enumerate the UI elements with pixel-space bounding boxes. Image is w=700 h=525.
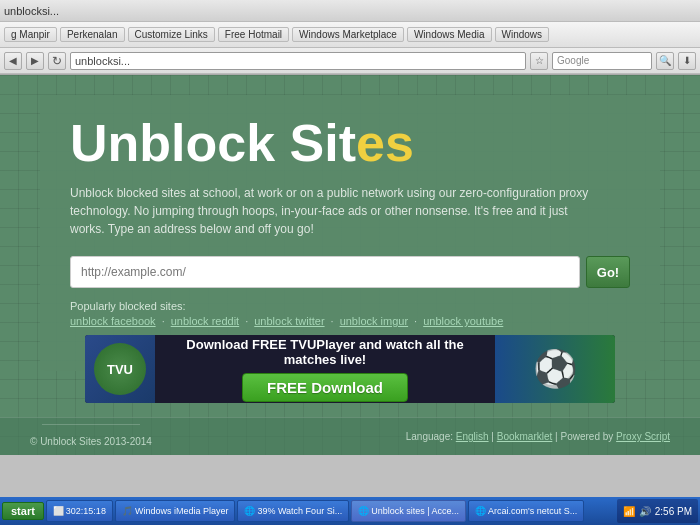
ad-right: ⚽ bbox=[495, 335, 615, 403]
proxy-script-link[interactable]: Proxy Script bbox=[616, 431, 670, 442]
star-button[interactable]: ☆ bbox=[530, 52, 548, 70]
tab-customize-links[interactable]: Customize Links bbox=[128, 27, 215, 42]
tvu-logo: TVU bbox=[94, 343, 146, 395]
tray-network-icon: 📶 bbox=[623, 506, 635, 517]
tray-volume-icon: 🔊 bbox=[639, 506, 651, 517]
ad-banner: TVU Download FREE TVUPlayer and watch al… bbox=[85, 335, 615, 403]
popular-links: unblock facebook · unblock reddit · unbl… bbox=[70, 315, 630, 327]
taskbar-item-time[interactable]: ⬜ 302:15:18 bbox=[46, 500, 113, 522]
footer: © Unblock Sites 2013-2014 Language: Engl… bbox=[0, 417, 700, 455]
start-button[interactable]: start bbox=[2, 502, 44, 520]
taskbar-item-watch[interactable]: 🌐 39% Watch Four Si... bbox=[237, 500, 349, 522]
site-title: Unblock Sites bbox=[70, 115, 630, 172]
taskbar-item-unblock[interactable]: 🌐 Unblock sites | Acce... bbox=[351, 500, 466, 522]
tab-perkenalan[interactable]: Perkenalan bbox=[60, 27, 125, 42]
back-button[interactable]: ◀ bbox=[4, 52, 22, 70]
tab-g-manpir[interactable]: g Manpir bbox=[4, 27, 57, 42]
title-part1: Unblock Sit bbox=[70, 114, 356, 172]
tab-windows-marketplace[interactable]: Windows Marketplace bbox=[292, 27, 404, 42]
main-card: Unblock Sites Unblock blocked sites at s… bbox=[40, 95, 660, 371]
title-part2: es bbox=[356, 114, 414, 172]
taskbar-icon-arcai: 🌐 bbox=[475, 506, 486, 516]
language-link[interactable]: English bbox=[456, 431, 489, 442]
soccer-badge-icon: ⚽ bbox=[533, 348, 578, 390]
taskbar-icon-unblock: 🌐 bbox=[358, 506, 369, 516]
popular-link-twitter[interactable]: unblock twitter bbox=[254, 315, 324, 327]
address-input[interactable]: unblocksi... bbox=[70, 52, 526, 70]
popular-link-youtube[interactable]: unblock youtube bbox=[423, 315, 503, 327]
footer-divider bbox=[42, 424, 140, 425]
powered-by-text: Powered by bbox=[561, 431, 614, 442]
tab-windows-media[interactable]: Windows Media bbox=[407, 27, 492, 42]
download-button[interactable]: FREE Download bbox=[242, 373, 408, 402]
taskbar-icon-media: 🎵 bbox=[122, 506, 133, 516]
tab-windows[interactable]: Windows bbox=[495, 27, 550, 42]
search-input[interactable]: Google bbox=[552, 52, 652, 70]
system-tray: 📶 🔊 2:56 PM bbox=[617, 499, 698, 523]
taskbar: start ⬜ 302:15:18 🎵 Windows iMedia Playe… bbox=[0, 497, 700, 525]
ad-title: Download FREE TVUPlayer and watch all th… bbox=[163, 337, 487, 367]
popular-section: Popularly blocked sites: unblock faceboo… bbox=[70, 300, 630, 327]
bookmarklet-link[interactable]: Bookmarklet bbox=[497, 431, 553, 442]
popular-link-facebook[interactable]: unblock facebook bbox=[70, 315, 156, 327]
footer-links: Language: English | Bookmarklet | Powere… bbox=[406, 431, 670, 442]
address-bar-row: ◀ ▶ ↻ unblocksi... ☆ Google 🔍 ⬇ bbox=[0, 48, 700, 74]
ad-middle: Download FREE TVUPlayer and watch all th… bbox=[155, 335, 495, 403]
browser-chrome: unblocksi... g Manpir Perkenalan Customi… bbox=[0, 0, 700, 75]
popular-link-reddit[interactable]: unblock reddit bbox=[171, 315, 240, 327]
popular-label: Popularly blocked sites: bbox=[70, 300, 630, 312]
nav-bar: g Manpir Perkenalan Customize Links Free… bbox=[0, 22, 700, 48]
refresh-button[interactable]: ↻ bbox=[48, 52, 66, 70]
tab-free-hotmail[interactable]: Free Hotmail bbox=[218, 27, 289, 42]
content-area: Unblock Sites Unblock blocked sites at s… bbox=[0, 75, 700, 455]
url-input[interactable] bbox=[70, 256, 580, 288]
taskbar-item-media-player[interactable]: 🎵 Windows iMedia Player bbox=[115, 500, 236, 522]
download-icon: ⬇ bbox=[678, 52, 696, 70]
ad-left: TVU bbox=[85, 335, 155, 403]
go-button[interactable]: Go! bbox=[586, 256, 630, 288]
search-go-button[interactable]: 🔍 bbox=[656, 52, 674, 70]
popular-link-imgur[interactable]: unblock imgur bbox=[340, 315, 408, 327]
taskbar-item-arcai[interactable]: 🌐 Arcai.com's netcut S... bbox=[468, 500, 584, 522]
clock: 2:56 PM bbox=[655, 506, 692, 517]
taskbar-icon-watch: 🌐 bbox=[244, 506, 255, 516]
site-description: Unblock blocked sites at school, at work… bbox=[70, 184, 590, 238]
title-bar-text: unblocksi... bbox=[4, 5, 59, 17]
copyright-text: © Unblock Sites 2013-2014 bbox=[30, 436, 152, 447]
taskbar-icon-time: ⬜ bbox=[53, 506, 64, 516]
language-label: Language: bbox=[406, 431, 453, 442]
forward-button[interactable]: ▶ bbox=[26, 52, 44, 70]
title-bar: unblocksi... bbox=[0, 0, 700, 22]
url-input-row: Go! bbox=[70, 256, 630, 288]
